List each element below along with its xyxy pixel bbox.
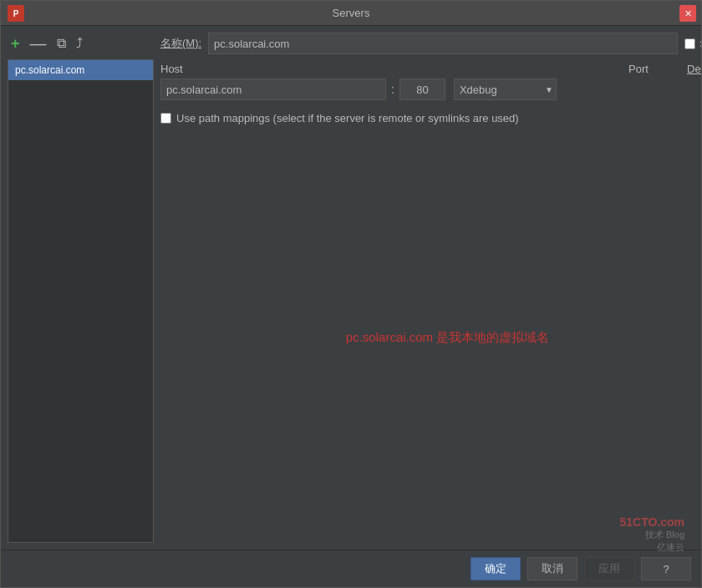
app-icon: P bbox=[8, 5, 24, 22]
host-label: Host bbox=[160, 63, 394, 75]
ok-button[interactable]: 确定 bbox=[471, 557, 521, 580]
path-mapping-checkbox[interactable] bbox=[160, 113, 171, 124]
annotation-text: pc.solarcai.com 是我本地的虚拟域名 bbox=[346, 330, 549, 346]
port-label: Port bbox=[628, 63, 679, 75]
port-input[interactable] bbox=[399, 79, 445, 100]
shared-label: Shared bbox=[699, 38, 701, 50]
help-button[interactable]: ? bbox=[641, 557, 691, 580]
debugger-select[interactable]: Xdebug Zend Debugger bbox=[454, 79, 557, 100]
right-panel: 名称(M): Shared Host Port Debugger : bbox=[160, 33, 701, 543]
host-port-labels: Host Port Debugger bbox=[160, 63, 701, 75]
shared-checkbox[interactable] bbox=[684, 38, 695, 49]
toolbar: + — ⧉ ⤴ bbox=[8, 33, 154, 54]
host-port-section: Host Port Debugger : Xdebug Zend Debugge… bbox=[160, 63, 701, 100]
remove-server-button[interactable]: — bbox=[27, 33, 50, 53]
add-server-button[interactable]: + bbox=[8, 34, 23, 53]
watermark-site: 51CTO.com bbox=[619, 515, 684, 529]
debugger-select-wrapper: Xdebug Zend Debugger ▼ bbox=[454, 79, 557, 100]
watermark-sub2: 亿速云 bbox=[619, 541, 684, 554]
shared-group: Shared bbox=[684, 38, 701, 50]
footer: 确定 取消 应用 ? bbox=[1, 550, 701, 587]
watermark-subtitle: 技术 Blog bbox=[619, 529, 684, 541]
watermark: 51CTO.com 技术 Blog 亿速云 bbox=[619, 515, 684, 554]
title-bar: P Servers ✕ bbox=[1, 1, 701, 26]
server-list-item[interactable]: pc.solarcai.com bbox=[8, 60, 153, 80]
path-mapping-row: Use path mappings (select if the server … bbox=[160, 112, 701, 124]
servers-dialog: P Servers ✕ + — ⧉ ⤴ pc.solarcai.com 名称(M… bbox=[0, 0, 702, 588]
dialog-content: + — ⧉ ⤴ pc.solarcai.com 名称(M): Shared bbox=[1, 26, 701, 550]
close-button[interactable]: ✕ bbox=[679, 5, 696, 22]
center-annotation: pc.solarcai.com 是我本地的虚拟域名 bbox=[160, 133, 701, 543]
name-label: 名称(M): bbox=[160, 36, 201, 51]
name-input[interactable] bbox=[208, 33, 678, 54]
apply-button[interactable]: 应用 bbox=[584, 557, 634, 580]
colon-separator: : bbox=[386, 83, 399, 96]
name-row: 名称(M): Shared bbox=[160, 33, 701, 54]
dialog-title: Servers bbox=[333, 7, 370, 19]
server-list: pc.solarcai.com bbox=[8, 59, 154, 543]
cancel-button[interactable]: 取消 bbox=[527, 557, 577, 580]
left-panel: + — ⧉ ⤴ pc.solarcai.com bbox=[8, 33, 154, 543]
copy-server-button[interactable]: ⧉ bbox=[53, 35, 69, 52]
host-port-row: : Xdebug Zend Debugger ▼ bbox=[160, 79, 701, 100]
move-server-button[interactable]: ⤴ bbox=[73, 35, 86, 52]
path-mapping-label: Use path mappings (select if the server … bbox=[176, 112, 519, 124]
host-input[interactable] bbox=[160, 79, 386, 100]
debugger-label: Debugger bbox=[687, 63, 701, 75]
